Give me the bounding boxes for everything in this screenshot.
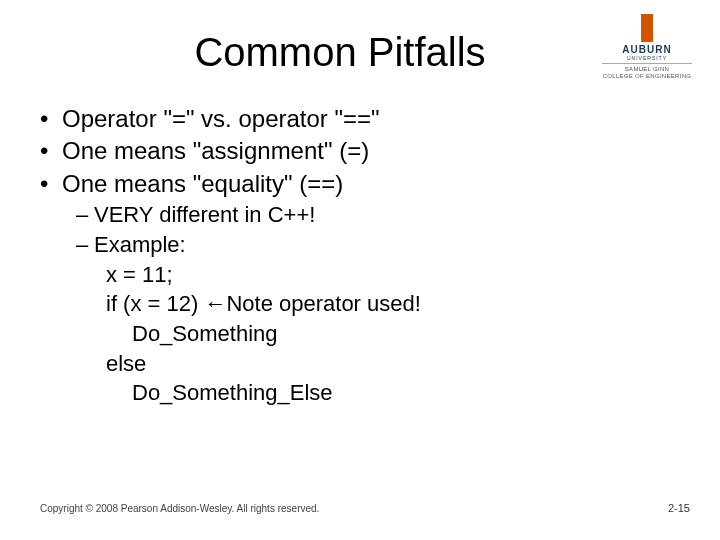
dash-icon: – bbox=[76, 230, 94, 260]
logo-college-line2: COLLEGE OF ENGINEERING bbox=[602, 73, 692, 80]
bullet-icon: • bbox=[40, 135, 62, 167]
slide-title: Common Pitfalls bbox=[0, 30, 680, 75]
bullet-item: • Operator "=" vs. operator "==" bbox=[40, 103, 680, 135]
sub-text: Example: bbox=[94, 230, 186, 260]
arrow-left-icon: ← bbox=[204, 291, 226, 316]
code-line: if (x = 12) ←Note operator used! bbox=[106, 289, 680, 319]
university-logo: AUBURN UNIVERSITY SAMUEL GINN COLLEGE OF… bbox=[602, 14, 692, 80]
logo-sub: UNIVERSITY bbox=[602, 55, 692, 64]
logo-college-line1: SAMUEL GINN bbox=[602, 66, 692, 73]
code-example: x = 11; if (x = 12) ←Note operator used!… bbox=[106, 260, 680, 408]
code-text: if (x = 12) bbox=[106, 291, 204, 316]
bullet-icon: • bbox=[40, 103, 62, 135]
code-line: Do_Something_Else bbox=[132, 378, 680, 408]
bullet-item: • One means "equality" (==) bbox=[40, 168, 680, 200]
bullet-item: • One means "assignment" (=) bbox=[40, 135, 680, 167]
logo-name: AUBURN bbox=[602, 44, 692, 55]
code-line: x = 11; bbox=[106, 260, 680, 290]
dash-icon: – bbox=[76, 200, 94, 230]
bullet-text: One means "equality" (==) bbox=[62, 168, 343, 200]
bullet-text: Operator "=" vs. operator "==" bbox=[62, 103, 380, 135]
code-line: Do_Something bbox=[132, 319, 680, 349]
bullet-icon: • bbox=[40, 168, 62, 200]
bullet-text: One means "assignment" (=) bbox=[62, 135, 369, 167]
sub-item: – Example: bbox=[76, 230, 680, 260]
code-line: else bbox=[106, 349, 680, 379]
slide-content: • Operator "=" vs. operator "==" • One m… bbox=[40, 103, 680, 408]
copyright-text: Copyright © 2008 Pearson Addison-Wesley.… bbox=[40, 503, 319, 514]
sub-item: – VERY different in C++! bbox=[76, 200, 680, 230]
page-number: 2-15 bbox=[668, 502, 690, 514]
code-annotation: Note operator used! bbox=[226, 291, 420, 316]
logo-tower-icon bbox=[602, 14, 692, 44]
sub-bullets: – VERY different in C++! – Example: x = … bbox=[76, 200, 680, 408]
slide: AUBURN UNIVERSITY SAMUEL GINN COLLEGE OF… bbox=[0, 0, 720, 540]
sub-text: VERY different in C++! bbox=[94, 200, 315, 230]
